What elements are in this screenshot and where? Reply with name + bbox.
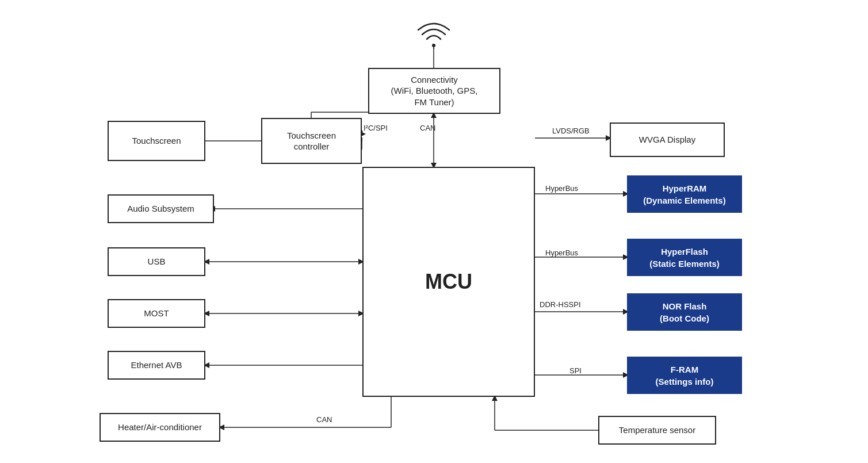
tempsensor-box: Temperature sensor — [598, 416, 716, 445]
mcu-box: MCU — [362, 167, 535, 397]
norflash-box: NOR Flash(Boot Code) — [627, 293, 742, 331]
wvga-box: WVGA Display — [610, 123, 725, 157]
audio-box: Audio Subsystem — [108, 194, 214, 223]
hyperbus1-label: HyperBus — [545, 184, 578, 193]
hyperram-box: HyperRAM(Dynamic Elements) — [627, 175, 742, 213]
spi-label: SPI — [569, 366, 582, 375]
ethernet-box: Ethernet AVB — [108, 351, 205, 380]
heater-box: Heater/Air-conditioner — [100, 413, 220, 442]
touchscreen-ctrl-box: Touchscreencontroller — [261, 118, 362, 164]
wifi-icon — [416, 17, 451, 49]
lvds-rgb-label: LVDS/RGB — [552, 127, 590, 135]
can-bottom-label: CAN — [316, 415, 332, 424]
can-top-label: CAN — [420, 124, 435, 132]
hyperflash-box: HyperFlash(Static Elements) — [627, 239, 742, 276]
diagram: I²C/SPI CAN LVDS/RGB HyperBus HyperBus D… — [0, 0, 868, 463]
touchscreen-box: Touchscreen — [108, 121, 205, 161]
most-box: MOST — [108, 299, 205, 328]
hyperbus2-label: HyperBus — [545, 248, 578, 257]
usb-box: USB — [108, 247, 205, 276]
ddr-hsspi-label: DDR-HSSPI — [540, 300, 581, 309]
connectivity-box: Connectivity(WiFi, Bluetooth, GPS,FM Tun… — [368, 68, 500, 114]
fram-box: F-RAM(Settings info) — [627, 357, 742, 394]
i2c-spi-label: I²C/SPI — [364, 124, 388, 132]
